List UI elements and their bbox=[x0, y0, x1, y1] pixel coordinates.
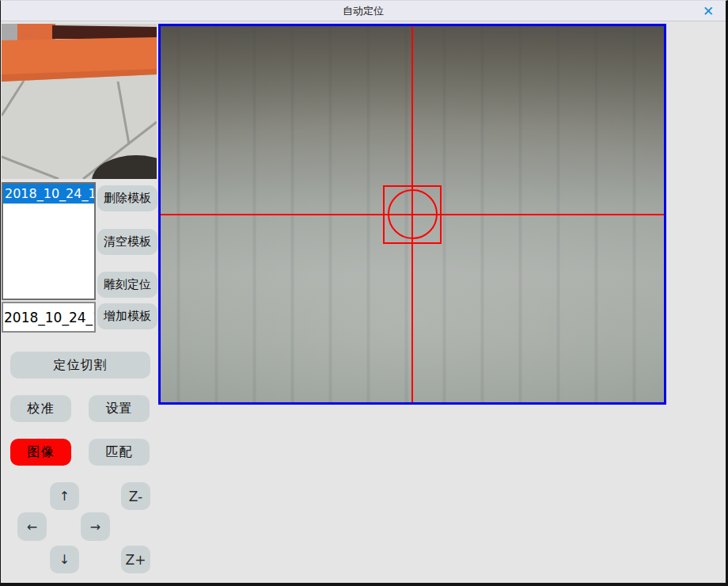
settings-button[interactable]: 设置 bbox=[89, 395, 150, 422]
delete-template-button[interactable]: 删除模板 bbox=[97, 185, 157, 211]
target-circle-overlay bbox=[388, 189, 438, 239]
camera-view[interactable] bbox=[158, 24, 666, 405]
position-cut-button[interactable]: 定位切割 bbox=[10, 352, 150, 379]
window-title: 自动定位 bbox=[343, 4, 384, 18]
calibrate-button[interactable]: 校准 bbox=[10, 395, 71, 422]
jog-up-button[interactable]: ↑ bbox=[50, 482, 79, 510]
title-bar: 自动定位 ✕ bbox=[1, 1, 726, 21]
auto-position-dialog: 自动定位 ✕ 2018_10_24_11 bbox=[0, 0, 728, 586]
add-template-button[interactable]: 增加模板 bbox=[97, 303, 157, 329]
engrave-position-button[interactable]: 雕刻定位 bbox=[97, 272, 157, 298]
thumbnail-image bbox=[2, 24, 157, 179]
template-list[interactable]: 2018_10_24_11 bbox=[2, 182, 96, 300]
image-button[interactable]: 图像 bbox=[10, 439, 71, 466]
jog-z-minus-button[interactable]: Z- bbox=[121, 482, 150, 510]
close-icon[interactable]: ✕ bbox=[699, 3, 718, 19]
jog-right-button[interactable]: → bbox=[81, 512, 110, 541]
jog-down-button[interactable]: ↓ bbox=[50, 546, 79, 573]
jog-left-button[interactable]: ← bbox=[17, 512, 47, 541]
template-name-input[interactable]: 2018_10_24_11 bbox=[2, 302, 96, 333]
list-item[interactable]: 2018_10_24_11 bbox=[3, 184, 94, 204]
match-button[interactable]: 匹配 bbox=[89, 439, 150, 466]
clear-template-button[interactable]: 清空模板 bbox=[97, 229, 157, 255]
template-thumbnail[interactable] bbox=[2, 24, 157, 179]
jog-z-plus-button[interactable]: Z+ bbox=[121, 546, 150, 573]
